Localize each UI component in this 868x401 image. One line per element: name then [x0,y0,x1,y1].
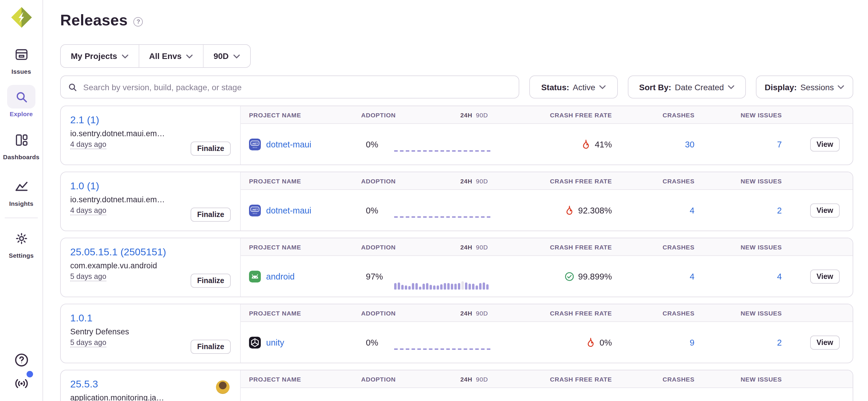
broadcast-icon [13,376,29,390]
col-new-issues: NEW ISSUES [694,375,782,382]
issues-icon [14,47,28,61]
search-input[interactable] [82,82,512,92]
release-project-table: PROJECT NAME ADOPTION 24H90D CRASH FREE … [240,304,852,363]
release-version-link[interactable]: 25.5.3 [70,378,98,390]
sidebar-divider [5,218,38,218]
release-card: 1.0 (1) io.sentry.dotnet.maui.em… 4 days… [60,172,853,231]
date-range-filter[interactable]: 90D [204,45,250,67]
sidebar-item-dashboards[interactable]: Dashboards [3,128,39,160]
table-header-row: PROJECT NAME ADOPTION 24H90D CRASH FREE … [241,370,852,388]
release-summary: 25.05.15.1 (2505151) com.example.vu.andr… [61,238,240,297]
release-package: application.monitoring.ja… [70,393,231,401]
avatar[interactable] [216,380,229,394]
sidebar-item-label: Insights [9,200,33,207]
svg-text:MAUI: MAUI [253,146,257,148]
adoption-sparkline[interactable] [391,272,494,289]
crashes-link[interactable]: 4 [690,272,694,281]
release-summary: 1.0.1 Sentry Defenses 5 days ago Finaliz… [61,304,240,363]
crashes-link[interactable]: 9 [690,338,694,347]
sort-by-dropdown[interactable]: Sort By: Date Created [628,75,746,98]
release-version-link[interactable]: 2.1 (1) [70,114,99,126]
col-period: 24H90D [391,309,494,316]
crash-free-rate: 92.308% [494,205,612,215]
release-project-table: PROJECT NAME ADOPTION 24H90D CRASH FREE … [240,370,852,401]
environment-filter[interactable]: All Envs [139,45,203,67]
project-link[interactable]: dotnet-maui [266,139,311,149]
status-label: Status: [541,82,569,92]
crashes-link[interactable]: 30 [685,139,694,149]
new-issues-link[interactable]: 4 [777,272,782,281]
whats-new-button[interactable] [13,376,29,393]
page-filter-bar: My Projects All Envs 90D [60,44,250,68]
release-version-link[interactable]: 25.05.15.1 (2505151) [70,246,166,258]
finalize-button[interactable]: Finalize [191,208,231,222]
new-issues-link[interactable]: 2 [777,205,782,215]
finalize-button[interactable]: Finalize [191,340,231,354]
page-help-icon[interactable]: ? [134,17,143,26]
sidebar: Issues Explore Dashboards Insights Setti… [0,0,43,401]
crash-free-value: 0% [599,338,612,347]
adoption-sparkline[interactable] [391,142,494,160]
release-age: 4 days ago [70,206,106,215]
date-range-filter-label: 90D [214,51,229,61]
col-period: 24H90D [391,111,494,118]
help-icon[interactable] [14,353,29,367]
col-crashes: CRASHES [612,111,694,118]
view-button[interactable]: View [810,269,840,283]
finalize-button[interactable]: Finalize [191,274,231,288]
sentry-logo[interactable] [10,6,32,28]
col-project-name: PROJECT NAME [249,177,361,184]
sort-by-value: Date Created [675,82,724,92]
sidebar-item-insights[interactable]: Insights [7,174,35,207]
project-filter[interactable]: My Projects [61,45,138,67]
svg-text:MAUI: MAUI [253,212,257,214]
insights-icon [14,179,28,193]
table-body-row: .NETMAUI dotnet-maui 0% 41% 30 7 View [241,124,852,165]
project-link[interactable]: unity [266,338,284,347]
col-new-issues: NEW ISSUES [694,309,782,316]
crashes-cell: 9 [612,338,694,347]
release-version-link[interactable]: 1.0.1 [70,312,93,324]
project-link[interactable]: android [266,272,295,281]
display-dropdown[interactable]: Display: Sessions [756,75,853,98]
table-body-row: unity 0% 0% 9 2 View [241,322,852,363]
col-adoption: ADOPTION [361,177,391,184]
view-button[interactable]: View [810,335,840,349]
col-crashes: CRASHES [612,375,694,382]
release-version-link[interactable]: 1.0 (1) [70,180,99,192]
android-icon [249,270,261,282]
col-crash-free-rate: CRASH FREE RATE [494,111,612,118]
page-title: Releases [60,11,128,30]
crashes-cell: 4 [612,205,694,215]
gear-icon [14,231,28,245]
col-period: 24H90D [391,243,494,250]
status-dropdown[interactable]: Status: Active [529,75,618,98]
environment-filter-label: All Envs [149,51,182,61]
sidebar-item-explore[interactable]: Explore [7,85,35,118]
col-adoption: ADOPTION [361,309,391,316]
col-new-issues: NEW ISSUES [694,111,782,118]
adoption-sparkline[interactable] [391,208,494,226]
chevron-down-icon [121,54,128,59]
chevron-down-icon [599,85,606,90]
crash-free-value: 92.308% [578,205,612,215]
svg-text:.NET: .NET [252,208,258,211]
svg-text:.NET: .NET [252,142,258,145]
project-link[interactable]: dotnet-maui [266,205,311,215]
col-adoption: ADOPTION [361,375,391,382]
finalize-button[interactable]: Finalize [191,141,231,156]
release-card: 25.05.15.1 (2505151) com.example.vu.andr… [60,238,853,297]
sidebar-item-issues[interactable]: Issues [7,42,35,75]
new-issues-link[interactable]: 7 [777,139,782,149]
release-summary: 2.1 (1) io.sentry.dotnet.maui.em… 4 days… [61,106,240,165]
new-issues-link[interactable]: 2 [777,338,782,347]
adoption-sparkline[interactable] [391,340,494,358]
sidebar-item-settings[interactable]: Settings [7,227,35,259]
view-button[interactable]: View [810,203,840,217]
crashes-link[interactable]: 4 [690,205,694,215]
sidebar-item-label: Explore [10,110,33,118]
release-summary: 1.0 (1) io.sentry.dotnet.maui.em… 4 days… [61,172,240,231]
table-header-row: PROJECT NAME ADOPTION 24H90D CRASH FREE … [241,106,852,124]
view-button[interactable]: View [810,137,840,151]
table-body-row: .NETMAUI dotnet-maui 0% 92.308% 4 2 View [241,190,852,231]
